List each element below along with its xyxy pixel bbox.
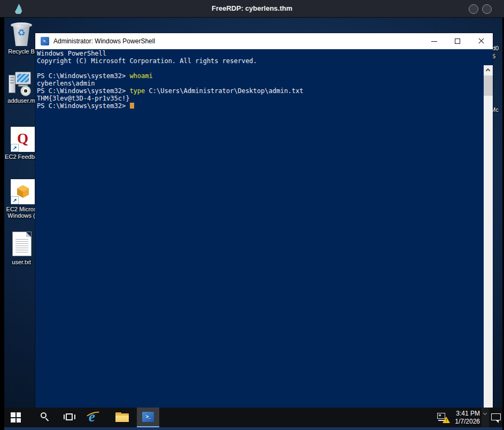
taskbar: e >_ ! 3:41 PM 1/7/2026 [4,408,502,427]
desktop-icon-label: user.txt [4,259,38,265]
frame-close-button[interactable] [482,4,492,14]
file-explorer-button[interactable] [111,408,133,427]
show-hidden-icons-button[interactable] [482,408,489,427]
maximize-button[interactable] [446,33,469,49]
search-icon [41,412,50,422]
close-button[interactable] [469,33,493,49]
desktop-icon-recycle-bin[interactable]: ♻ Recycle B [4,20,38,55]
internet-explorer-button[interactable]: e [84,408,106,427]
powershell-icon: >_ [142,412,154,422]
desktop-icon-label: EC2 Feedba [4,153,38,160]
ec2-feedback-shortcut-icon: Q ↗ [4,126,38,152]
start-button[interactable] [4,408,28,427]
desktop-icon-adduser-msi[interactable]: adduser.m [4,70,38,104]
scrollbar[interactable] [484,65,493,424]
scrollbar-thumb[interactable] [484,75,493,96]
minimize-button[interactable] [422,33,446,49]
desktop-icon-label: adduser.m [4,97,38,104]
file-explorer-icon [115,412,129,422]
desktop-icon-label: EC2 Micros [4,206,38,212]
task-view-icon [65,413,74,421]
desktop-bottom-strip [4,427,502,430]
powershell-console[interactable]: Windows PowerShellCopyright (C) Microsof… [35,49,493,408]
desktop-icon-ec2-feedback[interactable]: Q ↗ EC2 Feedba [4,126,38,160]
windows-logo-icon [11,412,21,423]
network-status-tray-icon[interactable]: ! [435,408,451,427]
text-file-icon [4,231,38,258]
powershell-taskbar-button[interactable]: >_ [137,408,159,427]
notification-icon [491,413,501,420]
remote-desktop: ♻ Recycle B adduser.m Q ↗ EC2 Feedba ↗ E… [4,18,502,430]
installer-icon [4,70,38,96]
recycle-bin-icon: ♻ [4,20,38,47]
desktop-icon-user-txt[interactable]: user.txt [4,231,38,265]
chevron-icon [483,411,487,415]
powershell-window: >_ Administrator: Windows PowerShell Win… [35,33,493,408]
powershell-titlebar[interactable]: >_ Administrator: Windows PowerShell [35,33,493,49]
terminal-output: Windows PowerShellCopyright (C) Microsof… [37,50,482,110]
action-center-button[interactable] [490,408,502,427]
desktop-icon-ec2-microsoft-windows[interactable]: ↗ EC2 Micros Windows ( [4,178,38,219]
aws-cube-shortcut-icon: ↗ [4,178,38,205]
freerdp-window-title: FreeRDP: cyberlens.thm [0,4,504,12]
network-warning-icon: ! [437,412,450,423]
freerdp-titlebar: FreeRDP: cyberlens.thm [0,0,504,18]
powershell-icon: >_ [41,37,49,45]
powershell-window-title: Administrator: Windows PowerShell [53,37,155,45]
shortcut-arrow-icon: ↗ [11,197,18,204]
task-view-button[interactable] [60,408,79,427]
scrollbar-up-icon[interactable] [484,65,493,74]
desktop-icon-label: Windows ( [4,212,38,219]
frame-minimize-button[interactable] [469,4,478,14]
taskbar-clock[interactable]: 3:41 PM 1/7/2026 [452,408,480,427]
desktop-icon-label: Recycle B [4,48,38,55]
tray-time: 3:41 PM [452,410,480,417]
shortcut-arrow-icon: ↗ [11,144,18,151]
taskbar-search-button[interactable] [35,408,55,427]
tray-date: 1/7/2026 [452,418,480,425]
edge-label-fragment: d0 [492,45,499,51]
